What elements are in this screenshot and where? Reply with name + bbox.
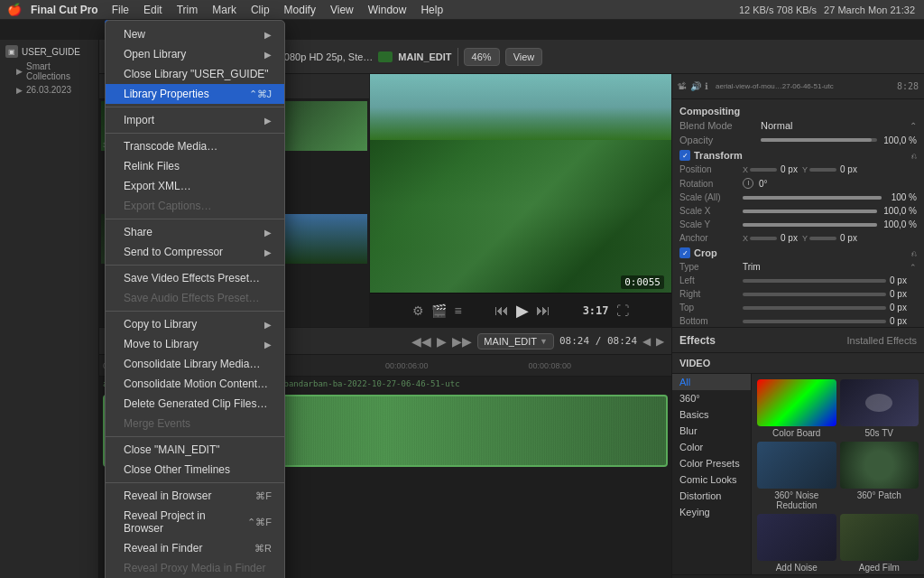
dropdown-overlay: File New ▶ Open Library ▶ Close Library … — [0, 20, 924, 578]
menu-file[interactable]: File — [106, 2, 135, 18]
menu-view[interactable]: View — [324, 2, 360, 18]
menu-help[interactable]: Help — [414, 2, 449, 18]
menu-trim[interactable]: Trim — [171, 2, 205, 18]
menu-close-main[interactable]: Close "MAIN_EDIT" — [106, 440, 284, 460]
menu-new[interactable]: New ▶ — [106, 24, 284, 44]
menu-close-other[interactable]: Close Other Timelines — [106, 460, 284, 480]
menu-merge-events: Merge Events — [106, 414, 284, 434]
sep5 — [106, 311, 284, 312]
menu-export-xml[interactable]: Export XML… — [106, 176, 284, 196]
menu-modify[interactable]: Modify — [278, 2, 322, 18]
menu-delete-generated[interactable]: Delete Generated Clip Files… — [106, 394, 284, 414]
menu-save-audio-preset: Save Audio Effects Preset… — [106, 288, 284, 308]
sep4 — [106, 265, 284, 266]
menu-consolidate[interactable]: Consolidate Library Media… — [106, 354, 284, 374]
sep3 — [106, 219, 284, 219]
menu-reveal-finder[interactable]: Reveal in Finder ⌘R — [106, 538, 284, 558]
menu-transcode[interactable]: Transcode Media… — [106, 136, 284, 156]
menu-move-library[interactable]: Move to Library ▶ — [106, 334, 284, 354]
menu-relink[interactable]: Relink Files — [106, 156, 284, 176]
sep7 — [106, 482, 284, 483]
menu-reveal-browser[interactable]: Reveal in Browser ⌘F — [106, 486, 284, 506]
kb-stat: 12 KB/s 708 KB/s — [739, 5, 817, 15]
apple-menu[interactable]: 🍎 — [5, 0, 23, 20]
menu-copy-library[interactable]: Copy to Library ▶ — [106, 314, 284, 334]
app-name: Final Cut Pro — [25, 4, 104, 16]
menu-edit[interactable]: Edit — [137, 2, 169, 18]
menu-reveal-proxy: Reveal Proxy Media in Finder — [106, 558, 284, 578]
menu-save-video-preset[interactable]: Save Video Effects Preset… — [106, 268, 284, 288]
menu-mark[interactable]: Mark — [206, 2, 243, 18]
menu-library-properties[interactable]: Library Properties ⌃⌘J — [106, 84, 284, 104]
menu-export-captions: Export Captions… — [106, 196, 284, 216]
menu-close-library[interactable]: Close Library "USER_GUIDE" — [106, 64, 284, 84]
menu-clip[interactable]: Clip — [245, 2, 276, 18]
menubar: 🍎 Final Cut Pro File Edit Trim Mark Clip… — [0, 0, 924, 20]
sep1 — [106, 107, 284, 107]
datetime: 27 March Mon 21:32 — [824, 5, 915, 15]
menu-open-library[interactable]: Open Library ▶ — [106, 44, 284, 64]
sep2 — [106, 133, 284, 134]
menu-reveal-project[interactable]: Reveal Project in Browser ⌃⌘F — [106, 506, 284, 538]
menu-consolidate-motion[interactable]: Consolidate Motion Content… — [106, 374, 284, 394]
sep6 — [106, 436, 284, 437]
menu-import[interactable]: Import ▶ — [106, 110, 284, 130]
menu-share[interactable]: Share ▶ — [106, 222, 284, 242]
menu-send-compressor[interactable]: Send to Compressor ▶ — [106, 242, 284, 262]
menu-window[interactable]: Window — [362, 2, 413, 18]
file-dropdown: New ▶ Open Library ▶ Close Library "USER… — [105, 20, 285, 578]
